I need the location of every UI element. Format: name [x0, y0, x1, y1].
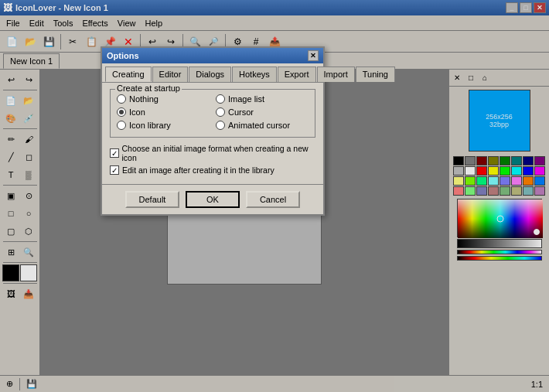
checkbox-initial-format[interactable]: Choose an initial image format when crea…	[110, 144, 315, 162]
dtab-hotkeys[interactable]: Hotkeys	[232, 66, 277, 82]
options-dialog: Options ✕ Creating Editor Dialogs Hotkey…	[101, 46, 325, 216]
cancel-button[interactable]: Cancel	[246, 191, 300, 208]
radio-animated-cursor[interactable]: Animated cursor	[216, 121, 309, 130]
radio-icon[interactable]: Icon	[117, 107, 210, 117]
checkbox-edit-after-create-label: Edit an image after creating it in the l…	[122, 165, 274, 175]
radio-nothing-label: Nothing	[129, 94, 159, 104]
radio-animated-cursor-label: Animated cursor	[228, 121, 290, 130]
dialog-close-button[interactable]: ✕	[308, 50, 319, 61]
group-label: Create at startup	[115, 84, 182, 93]
radio-col-left: Nothing Icon Icon library	[117, 94, 210, 132]
radio-icon-btn[interactable]	[117, 107, 126, 117]
radio-icon-library-btn[interactable]	[117, 121, 126, 130]
checkbox-initial-format-btn[interactable]	[110, 148, 119, 158]
dtab-dialogs[interactable]: Dialogs	[189, 66, 231, 82]
dialog-tab-bar: Creating Editor Dialogs Hotkeys Export I…	[102, 63, 323, 83]
dtab-editor[interactable]: Editor	[152, 66, 189, 82]
dtab-tuning[interactable]: Tuning	[356, 66, 395, 82]
dialog-buttons: Default OK Cancel	[102, 184, 323, 214]
radio-animated-cursor-btn[interactable]	[216, 121, 225, 130]
radio-cursor-btn[interactable]	[216, 107, 225, 117]
dialog-title-bar: Options ✕	[102, 48, 323, 63]
default-button[interactable]: Default	[125, 191, 179, 208]
radio-col-right: Image list Cursor Animated cursor	[216, 94, 309, 132]
radio-icon-label: Icon	[129, 107, 145, 117]
ok-button[interactable]: OK	[186, 191, 240, 208]
checkbox-initial-format-label: Choose an initial image format when crea…	[122, 144, 315, 162]
radio-icon-library-label: Icon library	[129, 121, 171, 130]
dialog-title-text: Options	[107, 51, 139, 60]
radio-cursor-label: Cursor	[228, 107, 254, 117]
radio-nothing-btn[interactable]	[117, 94, 126, 104]
radio-image-list-btn[interactable]	[216, 94, 225, 104]
create-at-startup-group: Create at startup Nothing Icon	[110, 89, 315, 138]
dtab-export[interactable]: Export	[278, 66, 316, 82]
checkbox-edit-after-create[interactable]: Edit an image after creating it in the l…	[110, 165, 315, 175]
radio-image-list-label: Image list	[228, 94, 264, 104]
radio-image-list[interactable]: Image list	[216, 94, 309, 104]
dialog-content: Create at startup Nothing Icon	[102, 83, 323, 184]
radio-nothing[interactable]: Nothing	[117, 94, 210, 104]
radio-columns: Nothing Icon Icon library	[117, 94, 309, 132]
radio-cursor[interactable]: Cursor	[216, 107, 309, 117]
dtab-creating[interactable]: Creating	[105, 66, 152, 82]
radio-icon-library[interactable]: Icon library	[117, 121, 210, 130]
dtab-import[interactable]: Import	[317, 66, 355, 82]
dialog-overlay: Options ✕ Creating Editor Dialogs Hotkey…	[0, 0, 549, 392]
checkbox-edit-after-create-btn[interactable]	[110, 165, 119, 175]
